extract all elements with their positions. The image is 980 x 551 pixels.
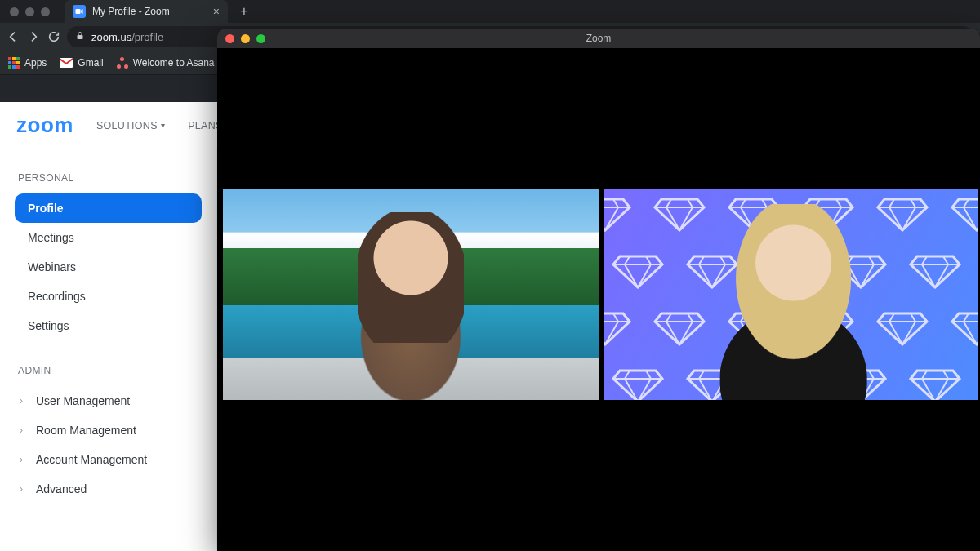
sidebar-item-room-management[interactable]: › Room Management: [15, 415, 202, 445]
zoom-sidebar: PERSONAL Profile Meetings Webinars Recor…: [0, 149, 216, 551]
svg-rect-0: [76, 9, 81, 14]
nav-solutions[interactable]: SOLUTIONS ▾: [96, 120, 165, 131]
chevron-right-icon: ›: [20, 395, 28, 407]
apps-grid-icon: [8, 57, 20, 69]
sidebar-item-label: Room Management: [36, 424, 136, 437]
close-tab-icon[interactable]: ×: [213, 5, 220, 18]
sidebar-item-label: Settings: [28, 319, 69, 332]
url-domain: zoom.us: [91, 31, 131, 43]
reload-button[interactable]: [47, 27, 60, 47]
sidebar-item-recordings[interactable]: Recordings: [15, 282, 202, 311]
video-area: [217, 48, 980, 551]
window-controls[interactable]: [10, 7, 50, 16]
back-button[interactable]: [7, 27, 20, 47]
section-admin: ADMIN: [18, 365, 198, 376]
bookmark-asana[interactable]: Welcome to Asana: [117, 57, 215, 69]
url-path: /profile: [131, 31, 163, 43]
maximize-window-dot[interactable]: [41, 7, 50, 16]
minimize-window-dot[interactable]: [25, 7, 34, 16]
zoom-titlebar[interactable]: Zoom: [217, 29, 980, 48]
video-grid: [223, 189, 978, 400]
bookmark-gmail-label: Gmail: [78, 57, 103, 69]
tab-title: My Profile - Zoom: [92, 6, 207, 17]
bookmark-apps-label: Apps: [24, 57, 47, 69]
sidebar-item-webinars[interactable]: Webinars: [15, 252, 202, 282]
new-tab-button[interactable]: +: [236, 4, 252, 19]
chevron-right-icon: ›: [20, 424, 28, 436]
chevron-right-icon: ›: [20, 454, 28, 465]
sidebar-item-label: Profile: [28, 202, 64, 215]
chevron-down-icon: ▾: [161, 121, 165, 130]
sidebar-item-label: Account Management: [36, 453, 147, 466]
sidebar-item-label: Recordings: [28, 290, 86, 303]
sidebar-item-label: User Management: [36, 394, 130, 407]
zoom-favicon-icon: [73, 5, 86, 18]
zoom-app-window[interactable]: Zoom: [217, 29, 980, 551]
participant-2-video: [604, 189, 979, 400]
browser-tab[interactable]: My Profile - Zoom ×: [65, 0, 228, 23]
svg-rect-1: [78, 35, 83, 39]
participant-tile-1[interactable]: [223, 189, 599, 400]
sidebar-item-label: Advanced: [36, 482, 87, 495]
bookmark-gmail[interactable]: Gmail: [60, 57, 103, 69]
nav-solutions-label: SOLUTIONS: [96, 120, 158, 131]
gmail-icon: [60, 58, 73, 68]
sidebar-item-advanced[interactable]: › Advanced: [15, 474, 202, 504]
zoom-logo[interactable]: zoom: [16, 113, 74, 138]
close-window-dot[interactable]: [10, 7, 19, 16]
section-personal: PERSONAL: [18, 172, 198, 184]
asana-icon: [117, 57, 128, 69]
sidebar-item-label: Meetings: [28, 231, 74, 244]
bookmark-asana-label: Welcome to Asana: [133, 57, 215, 69]
zoom-window-title: Zoom: [217, 33, 980, 44]
sidebar-item-account-management[interactable]: › Account Management: [15, 445, 202, 474]
sidebar-item-settings[interactable]: Settings: [15, 311, 202, 340]
sidebar-item-profile[interactable]: Profile: [15, 193, 202, 223]
bookmark-apps[interactable]: Apps: [8, 57, 47, 69]
url-text: zoom.us/profile: [91, 31, 163, 43]
tab-strip: My Profile - Zoom × +: [0, 0, 980, 23]
sidebar-item-meetings[interactable]: Meetings: [15, 223, 202, 252]
forward-button[interactable]: [27, 27, 41, 47]
sidebar-item-user-management[interactable]: › User Management: [15, 386, 202, 415]
participant-1-video: [223, 189, 599, 400]
chevron-right-icon: ›: [20, 483, 28, 495]
sidebar-item-label: Webinars: [28, 260, 76, 273]
participant-tile-2[interactable]: [604, 189, 979, 400]
lock-icon: [75, 31, 85, 43]
